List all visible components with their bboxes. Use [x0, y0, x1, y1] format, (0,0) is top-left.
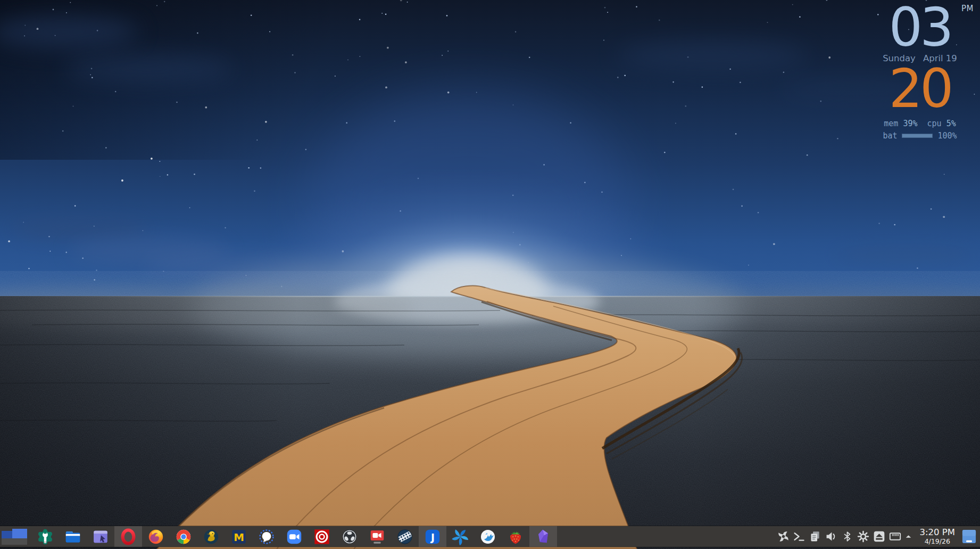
taskbar-item-strawberry[interactable] — [502, 526, 529, 547]
tray-volume[interactable] — [824, 526, 838, 547]
taskbar-item-zoom[interactable] — [280, 526, 308, 547]
taskbar-item-window-manager-app[interactable] — [87, 526, 114, 547]
desktop: 03 PM Sunday April 19 20 mem 39% cpu 5% … — [0, 0, 980, 549]
joplin-icon: J — [423, 528, 442, 546]
settings-tools-icon — [36, 528, 54, 546]
taskbar-item-openshot[interactable] — [391, 526, 419, 547]
tray-clock[interactable]: 3:20 PM 4/19/26 — [920, 528, 955, 545]
obs-studio-icon — [340, 528, 359, 546]
svg-text:M: M — [234, 531, 244, 544]
tray-network[interactable] — [888, 526, 902, 547]
bluetooth-icon — [841, 530, 853, 543]
taskbar: M — [0, 526, 980, 547]
tray-aperture[interactable] — [776, 526, 791, 547]
show-desktop-icon — [962, 529, 976, 544]
tray-eject-media[interactable] — [872, 526, 886, 547]
signal-icon — [258, 528, 276, 546]
chrome-icon — [175, 528, 193, 546]
tray-bluetooth[interactable] — [840, 526, 854, 547]
pinwheel-icon — [451, 528, 469, 546]
virtual-desktop-pager-icon — [2, 529, 27, 545]
mattermost-icon: M — [230, 528, 248, 546]
taskbar-item-settings-tools[interactable] — [31, 526, 59, 547]
file-manager-icon — [64, 528, 82, 546]
taskbar-item-cyberduck[interactable] — [197, 526, 225, 547]
tray-date: 4/19/26 — [920, 538, 955, 545]
taskbar-item-blue-bird-app[interactable] — [474, 526, 502, 547]
terminal-icon — [793, 530, 806, 543]
eject-icon — [873, 530, 886, 543]
taskbar-item-opera[interactable] — [114, 526, 142, 547]
opera-icon — [119, 528, 137, 546]
taskbar-item-obs-studio[interactable] — [336, 526, 363, 547]
taskbar-item-chrome[interactable] — [170, 526, 197, 547]
clipboard-notes-icon — [809, 530, 822, 543]
tray-clipboard-notes[interactable] — [808, 526, 823, 547]
network-icon — [888, 530, 902, 543]
svg-text:J: J — [430, 531, 435, 543]
wallpaper-night-road — [0, 0, 980, 549]
window-cursor-icon — [92, 528, 110, 546]
chevron-up-icon — [904, 532, 912, 540]
taskbar-item-file-manager[interactable] — [59, 526, 87, 547]
taskbar-item-virtual-desktop-pager[interactable] — [0, 526, 31, 547]
taskbar-item-signal[interactable] — [253, 526, 280, 547]
cyberduck-icon — [202, 528, 220, 546]
tray-settings-gear[interactable] — [856, 526, 870, 547]
tray-time: 3:20 PM — [920, 528, 955, 537]
video-capture-icon — [368, 528, 386, 546]
zoom-icon — [285, 528, 303, 546]
taskbar-item-pinwheel-photos-app[interactable] — [446, 526, 474, 547]
blue-bird-icon — [479, 528, 497, 546]
taskbar-item-firefox[interactable] — [142, 526, 170, 547]
taskbar-launchers: M — [0, 526, 557, 547]
taskbar-item-mattermost[interactable]: M — [225, 526, 253, 547]
taskbar-item-joplin[interactable]: J — [419, 526, 446, 547]
firefox-icon — [147, 528, 165, 546]
aperture-icon — [777, 530, 790, 543]
volume-icon — [825, 530, 838, 543]
show-desktop-button[interactable] — [961, 526, 977, 547]
openshot-film-icon — [396, 528, 414, 546]
taskbar-item-screen-recorder-red[interactable] — [308, 526, 336, 547]
taskbar-item-video-capture[interactable] — [363, 526, 391, 547]
gear-icon — [857, 530, 870, 543]
tray-terminal[interactable] — [792, 526, 807, 547]
taskbar-item-obsidian[interactable] — [529, 526, 557, 547]
system-tray: 3:20 PM 4/19/26 — [776, 526, 980, 547]
record-button-icon — [313, 528, 331, 546]
strawberry-icon — [506, 528, 525, 546]
tray-expand-arrow[interactable] — [904, 526, 913, 547]
obsidian-crystal-icon — [534, 528, 552, 546]
